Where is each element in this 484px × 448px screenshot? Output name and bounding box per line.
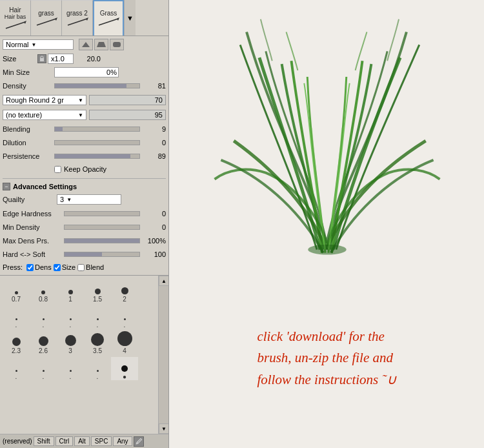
ctrl-btn[interactable]: Ctrl: [55, 436, 74, 446]
pencil-icon[interactable]: [134, 436, 144, 447]
tab-grass2[interactable]: grass 2: [62, 0, 93, 36]
svg-line-2: [37, 19, 56, 25]
density-slider[interactable]: [54, 83, 140, 88]
dot-sep-r4-2: .: [30, 357, 57, 380]
min-density-slider[interactable]: [64, 225, 140, 230]
min-size-label: Min Size: [3, 68, 54, 76]
size-multiplier-field[interactable]: x1.0: [48, 54, 74, 64]
press-dens-item: Dens: [26, 263, 52, 271]
dot-sep-5: .: [111, 305, 138, 329]
dot-sep-1: .: [3, 305, 30, 329]
dot-cell-1[interactable]: 1: [57, 280, 84, 303]
keep-opacity-label: Keep Opacity: [64, 165, 106, 173]
no-texture-arrow: ▼: [78, 112, 83, 118]
dot-sep-2: .: [30, 305, 57, 329]
dots-scrollbar: ▲ ▼: [158, 276, 168, 434]
adv-collapse-btn[interactable]: −: [3, 183, 10, 190]
dot-cell-1-5[interactable]: 1.5: [84, 280, 111, 303]
dot-cell-3-5[interactable]: 3.5: [84, 331, 111, 354]
dot-cell-4[interactable]: 4: [111, 331, 138, 354]
edge-hardness-slider[interactable]: [64, 211, 140, 216]
shape-btn-1[interactable]: [79, 39, 93, 50]
blending-slider[interactable]: [54, 127, 140, 132]
size-lock-btn[interactable]: [37, 54, 46, 63]
svg-marker-1: [24, 21, 26, 24]
dot-cell-2-3[interactable]: 2.3: [3, 331, 30, 354]
svg-marker-9: [97, 42, 106, 47]
dot-cell-0-7[interactable]: 0.7: [3, 280, 30, 303]
controls-panel: Normal ▼ Size x1.0: [0, 36, 168, 275]
rough-round-dropdown[interactable]: Rough Round 2 gr ▼: [3, 95, 86, 105]
min-density-row: Min Density 0: [3, 221, 166, 233]
tab-hair[interactable]: Hair Hair bas: [0, 0, 31, 36]
tab-grass-icon: [35, 17, 57, 27]
spc-btn[interactable]: SPC: [91, 436, 112, 446]
press-blend-checkbox[interactable]: [77, 264, 85, 271]
alt-btn[interactable]: Alt: [74, 436, 90, 446]
no-texture-row: (no texture) ▼ 95: [3, 108, 166, 121]
brush-dots-area: ▲ ▼ 0.7 0.8 1 1.5 2: [0, 275, 168, 434]
min-density-label: Min Density: [3, 223, 64, 231]
edge-hardness-value: 0: [141, 210, 166, 218]
edge-hardness-label: Edge Hardness: [3, 210, 64, 218]
hard-soft-value: 100: [141, 250, 166, 258]
tab-grass2-icon: [66, 17, 88, 27]
press-size-item: Size: [54, 263, 76, 271]
blending-label: Blending: [3, 125, 54, 133]
size-value: 20.0: [75, 55, 101, 63]
scroll-up-btn[interactable]: ▲: [159, 276, 168, 286]
svg-line-4: [68, 19, 87, 25]
dot-selected[interactable]: ●: [111, 357, 138, 380]
mode-dropdown[interactable]: Normal ▼: [3, 39, 74, 50]
min-size-value[interactable]: 0%: [54, 67, 119, 77]
max-dens-prs-row: Max Dens Prs. 100%: [3, 235, 166, 247]
tab-grass-active-icon: [97, 17, 119, 27]
dot-cell-2-6[interactable]: 2.6: [30, 331, 57, 354]
keep-opacity-checkbox[interactable]: [54, 166, 61, 173]
dot-sep-r4-1: .: [3, 357, 30, 380]
shift-btn[interactable]: Shift: [34, 436, 54, 446]
dilution-value: 0: [141, 139, 166, 147]
tab-grass-active[interactable]: Grass: [93, 0, 124, 36]
hard-soft-row: Hard <-> Soft 100: [3, 249, 166, 260]
hard-soft-label: Hard <-> Soft: [3, 250, 64, 258]
max-dens-prs-slider[interactable]: [64, 238, 140, 243]
press-size-checkbox[interactable]: [54, 264, 61, 271]
press-label: Press:: [3, 263, 25, 271]
no-texture-dropdown[interactable]: (no texture) ▼: [3, 110, 86, 120]
press-size-label: Size: [62, 263, 76, 271]
handwritten-text: click 'download' for the brush, un-zip t…: [257, 326, 396, 391]
any-btn[interactable]: Any: [113, 436, 132, 446]
handwritten-area: click 'download' for the brush, un-zip t…: [169, 269, 484, 448]
keep-opacity-row: Keep Opacity: [54, 164, 166, 174]
scroll-down-btn[interactable]: ▼: [159, 423, 168, 434]
svg-marker-8: [82, 42, 90, 47]
density-value: 81: [141, 82, 166, 90]
persistence-slider[interactable]: [54, 154, 140, 159]
quality-row: Quailty 3 ▼: [3, 193, 166, 206]
left-panel: Hair Hair bas grass grass 2: [0, 0, 169, 448]
hard-soft-slider[interactable]: [64, 252, 140, 257]
rough-round-value: 70: [89, 95, 166, 105]
press-blend-label: Blend: [86, 263, 104, 271]
density-label: Density: [3, 82, 54, 90]
svg-line-6: [99, 19, 118, 25]
quality-label: Quailty: [3, 196, 54, 203]
min-size-row: Min Size 0%: [3, 66, 166, 78]
dot-cell-2[interactable]: 2: [111, 280, 138, 303]
dilution-row: Dilution 0: [3, 137, 166, 148]
svg-rect-11: [40, 58, 44, 61]
dot-cell-3[interactable]: 3: [57, 331, 84, 354]
size-row: Size x1.0 20.0: [3, 53, 166, 65]
shape-btn-2[interactable]: [94, 39, 108, 50]
quality-dropdown[interactable]: 3 ▼: [57, 194, 121, 205]
press-dens-checkbox[interactable]: [26, 264, 34, 271]
tab-grass[interactable]: grass: [31, 0, 62, 36]
shape-btn-3[interactable]: [110, 39, 124, 50]
svg-marker-7: [117, 17, 119, 21]
dilution-slider[interactable]: [54, 140, 140, 145]
mode-dropdown-arrow: ▼: [31, 42, 36, 48]
dot-cell-0-8[interactable]: 0.8: [30, 280, 57, 303]
tabs-scroll-arrow[interactable]: ▼: [124, 0, 136, 36]
mode-row: Normal ▼: [3, 39, 166, 50]
